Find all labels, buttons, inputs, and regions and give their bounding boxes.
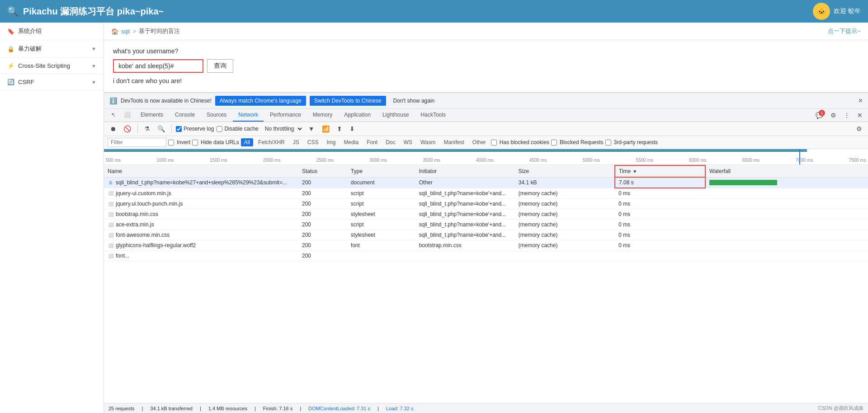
status-dom-loaded: DOMContentLoaded: 7.31 s <box>308 406 370 411</box>
network-conditions-btn[interactable]: 📶 <box>320 124 332 134</box>
third-party-label[interactable]: 3rd-party requests <box>605 139 658 145</box>
td-type-8 <box>347 251 415 261</box>
filter-icon-btn[interactable]: ⚗ <box>142 124 152 134</box>
close-devtools-btn[interactable]: ✕ <box>855 110 864 121</box>
table-row[interactable]: ⬜ jquery-ui.custom.min.js 200 script sql… <box>104 188 868 199</box>
tab-lighthouse[interactable]: Lighthouse <box>377 109 415 122</box>
td-time-3: 0 ms <box>615 199 705 209</box>
timeline-green-bar <box>104 150 807 152</box>
always-match-language-button[interactable]: Always match Chrome's language <box>215 96 306 106</box>
tab-console[interactable]: Console <box>170 109 200 122</box>
cursor-tool-icon: ↖ <box>111 112 116 118</box>
filter-type-img[interactable]: Img <box>323 138 339 146</box>
table-row[interactable]: ⬜ font-awesome.min.css 200 stylesheet sq… <box>104 230 868 240</box>
tab-hacktools[interactable]: HackTools <box>415 109 451 122</box>
td-size-3: (memory cache) <box>515 199 615 209</box>
preserve-log-label[interactable]: Preserve log <box>176 126 214 132</box>
form-question: what's your username? <box>113 47 859 55</box>
filter-type-all[interactable]: All <box>241 138 253 146</box>
tab-network[interactable]: Network <box>233 109 264 122</box>
table-header-row: Name Status Type Initiator Size Time Wat… <box>104 165 868 177</box>
throttle-dropdown-btn[interactable]: ▼ <box>306 124 317 134</box>
invert-checkbox[interactable] <box>168 140 174 145</box>
table-row[interactable]: 🗎 sqli_blind_t.php?name=kobe%27+and+slee… <box>104 177 868 188</box>
throttle-select[interactable]: No throttling <box>261 124 303 133</box>
lang-bar-close-button[interactable]: × <box>859 97 863 105</box>
blocked-requests-checkbox[interactable] <box>551 140 557 145</box>
tab-elements[interactable]: Elements <box>135 109 169 122</box>
hide-data-urls-checkbox[interactable] <box>192 140 198 145</box>
col-waterfall[interactable]: Waterfall <box>705 165 868 177</box>
sidebar-item-sys-intro[interactable]: 🔖 系统介绍 <box>0 23 104 40</box>
table-row[interactable]: ⬜ font... 200 <box>104 251 868 261</box>
filter-type-manifest[interactable]: Manifest <box>440 138 467 146</box>
record-button[interactable]: ⏺ <box>108 124 118 134</box>
col-size[interactable]: Size <box>515 165 615 177</box>
submit-button[interactable]: 查询 <box>207 59 233 73</box>
filter-input[interactable] <box>108 138 166 147</box>
username-input[interactable] <box>113 59 203 73</box>
filter-type-js[interactable]: JS <box>290 138 302 146</box>
blocked-cookies-checkbox[interactable] <box>491 140 497 145</box>
settings-gear-btn[interactable]: ⚙ <box>854 124 864 134</box>
col-time[interactable]: Time <box>615 165 705 177</box>
filter-type-ws[interactable]: WS <box>401 138 415 146</box>
more-options-btn[interactable]: ⋮ <box>842 110 852 121</box>
hide-data-urls-label[interactable]: Hide data URLs <box>192 139 239 145</box>
filter-type-wasm[interactable]: Wasm <box>417 138 439 146</box>
td-size-1: 34.1 kB <box>515 177 615 188</box>
sidebar-item-brute-force[interactable]: 🔒 暴力破解 ▼ <box>0 40 104 58</box>
tab-memory[interactable]: Memory <box>307 109 338 122</box>
devtools-filter-bar: Invert Hide data URLs All Fetch/XHR JS C… <box>104 136 868 149</box>
invert-label[interactable]: Invert <box>168 139 190 145</box>
col-initiator[interactable]: Initiator <box>415 165 515 177</box>
import-har-btn[interactable]: ⬆ <box>335 124 344 134</box>
third-party-text: 3rd-party requests <box>614 139 658 145</box>
switch-to-chinese-button[interactable]: Switch DevTools to Chinese <box>310 96 386 106</box>
breadcrumb-link-sqli[interactable]: sqli <box>121 28 130 35</box>
table-row[interactable]: ⬜ bootstrap.min.css 200 stylesheet sqli_… <box>104 209 868 220</box>
filter-type-css[interactable]: CSS <box>304 138 322 146</box>
sidebar-label-csrf: CSRF <box>18 79 34 85</box>
third-party-checkbox[interactable] <box>605 140 611 145</box>
table-row[interactable]: ⬜ ace-extra.min.js 200 script sqli_blind… <box>104 220 868 230</box>
disable-cache-checkbox[interactable] <box>217 126 222 132</box>
preserve-log-checkbox[interactable] <box>176 126 182 132</box>
hint-link[interactable]: 点一下提示~ <box>828 27 861 35</box>
filter-type-doc[interactable]: Doc <box>382 138 398 146</box>
settings-icon-btn[interactable]: ⚙ <box>829 110 838 121</box>
blocked-cookies-label[interactable]: Has blocked cookies <box>491 139 549 145</box>
clear-button[interactable]: 🚫 <box>121 124 133 134</box>
table-row[interactable]: ⬜ glyphicons-halflings-regular.woff2 200… <box>104 240 868 251</box>
tab-cursor-icon[interactable]: ↖ <box>108 109 119 122</box>
tab-application[interactable]: Application <box>339 109 376 122</box>
filter-type-media[interactable]: Media <box>340 138 362 146</box>
status-sep-3: | <box>255 406 256 411</box>
td-status-7: 200 <box>298 240 347 251</box>
timeline-ticks: 500 ms 1000 ms 1500 ms 2000 ms 2500 ms 3… <box>104 158 868 163</box>
search-icon-btn[interactable]: 🔍 <box>155 124 167 134</box>
sidebar-item-xss[interactable]: ⚡ Cross-Site Scripting ▼ <box>0 58 104 74</box>
col-status[interactable]: Status <box>298 165 347 177</box>
disable-cache-label[interactable]: Disable cache <box>217 126 258 132</box>
export-har-btn[interactable]: ⬇ <box>347 124 357 134</box>
chevron-down-icon-xss: ▼ <box>91 63 96 69</box>
dont-show-again-button[interactable]: Don't show again <box>390 96 439 106</box>
table-row[interactable]: ⬜ jquery.ui.touch-punch.min.js 200 scrip… <box>104 199 868 209</box>
filter-type-fetch-xhr[interactable]: Fetch/XHR <box>255 138 288 146</box>
blocked-requests-label[interactable]: Blocked Requests <box>551 139 604 145</box>
col-name[interactable]: Name <box>104 165 298 177</box>
td-size-8 <box>515 251 615 261</box>
chat-icon-btn[interactable]: 💬1 <box>814 110 825 121</box>
col-type[interactable]: Type <box>347 165 415 177</box>
tab-sources[interactable]: Sources <box>201 109 232 122</box>
filter-type-other[interactable]: Other <box>469 138 489 146</box>
tab-performance[interactable]: Performance <box>264 109 307 122</box>
tab-inspect-icon[interactable]: ⬜ <box>120 109 134 122</box>
td-initiator-1: Other <box>415 177 515 188</box>
sidebar-item-csrf[interactable]: 🔄 CSRF ▼ <box>0 74 104 90</box>
tick-4000: 4000 ms <box>476 158 493 163</box>
td-time-2: 0 ms <box>615 188 705 199</box>
sidebar-label-brute-force: 暴力破解 <box>18 45 42 53</box>
filter-type-font[interactable]: Font <box>363 138 381 146</box>
